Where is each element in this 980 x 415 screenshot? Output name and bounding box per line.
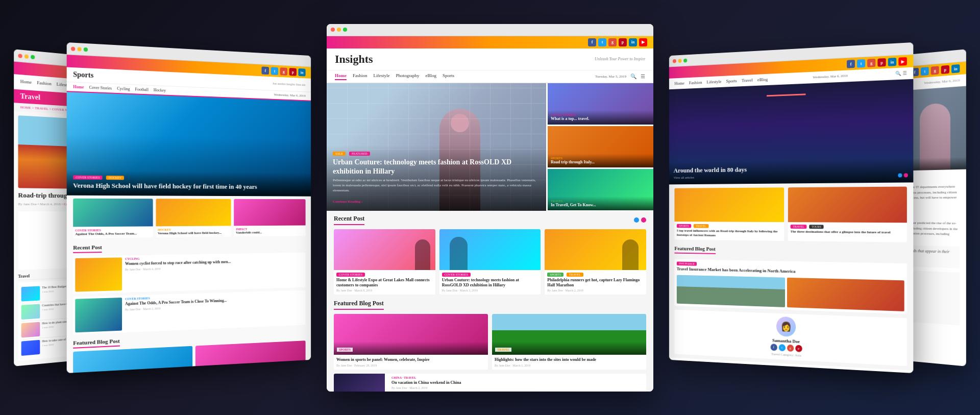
main-site-logo: Insights <box>335 53 373 66</box>
main-featured-card-3: CHINA · TRAVEL On vacation in China week… <box>334 374 646 392</box>
main-featured-info-1: Women in sports be panel: Women, celebra… <box>334 355 488 369</box>
sports-card-info-3: IMPACT Vanderbilt could... <box>234 225 305 236</box>
main-tw-icon[interactable]: t <box>598 38 606 46</box>
main-fb-icon[interactable]: f <box>588 38 596 46</box>
sports-pi-icon[interactable]: p <box>289 68 297 76</box>
sports-tw-icon[interactable]: t <box>271 67 278 75</box>
article-date: Wednesday, Mar 6, 2019 <box>924 78 960 85</box>
sports-nav-hockey[interactable]: Hockey <box>154 87 166 92</box>
tr-gp-icon[interactable]: g <box>867 59 875 67</box>
sports-card-thumb-1 <box>73 198 153 227</box>
sports-recent-thumb-2 <box>75 298 122 332</box>
main-post-tag-2a: COVER STORIES <box>442 273 471 277</box>
main-post-info-1: COVER STORIES Home & Lifestyle Expo at G… <box>334 270 435 295</box>
main-post-author-2: By Jane Doe <box>442 289 458 292</box>
sports-hero-tags: COVER STORIES HOCKEY <box>73 175 305 181</box>
main-nav-blog[interactable]: eBlog <box>426 73 437 80</box>
tr-tw-icon[interactable]: t <box>857 59 865 68</box>
main-recent-title: Recent Post <box>334 215 364 225</box>
sidebar-thumb-3 <box>21 322 40 337</box>
article-in-icon[interactable]: in <box>951 64 960 73</box>
tr-nav-blog[interactable]: eBlog <box>757 77 768 82</box>
main-post-author-3: By Jane Doe <box>547 289 563 292</box>
sports-card-info-1: COVER STORIES Against The Odds, A Pro So… <box>73 226 153 238</box>
main-featured-thumb-2: TRAVEL <box>492 314 646 355</box>
tr-nav-lifestyle[interactable]: Lifestyle <box>706 79 721 84</box>
article-pi-icon[interactable]: p <box>941 65 949 74</box>
main-search-icon[interactable]: 🔍 <box>630 74 636 79</box>
main-page-next[interactable] <box>641 217 646 223</box>
tr-dot-1[interactable] <box>898 173 902 177</box>
main-side-img-3: TRAVEL In Travell, Get To Know... <box>546 167 653 210</box>
main-yt-icon[interactable]: ▶ <box>639 38 647 46</box>
tr-in-icon[interactable]: in <box>888 57 896 66</box>
main-post-date-3: March 2, 2019 <box>566 289 583 292</box>
sports-recent-content-2: COVER STORIES Against The Odds, A Pro So… <box>125 295 227 331</box>
tr-post-thumb-1 <box>674 187 784 222</box>
tr-nav-travel[interactable]: Travel <box>742 77 753 83</box>
main-hero-section: SALE FEATURED Urban Couture: technology … <box>327 83 653 211</box>
main-nav-lifestyle[interactable]: Lifestyle <box>374 73 390 80</box>
article-gp-icon[interactable]: g <box>931 66 939 75</box>
main-page-prev[interactable] <box>634 217 639 223</box>
tr-author-gp[interactable]: g <box>787 344 793 351</box>
sports-hero-section: COVER STORIES HOCKEY Verona High School … <box>67 92 311 196</box>
main-menu-icon[interactable]: ☰ <box>641 74 645 79</box>
tr-nav-home[interactable]: Home <box>674 81 684 86</box>
sports-nav-cover[interactable]: Cover Stories <box>89 85 112 90</box>
main-posts-grid: COVER STORIES Home & Lifestyle Expo at G… <box>334 229 646 295</box>
main-featured-post-title-1: Women in sports be panel: Women, celebra… <box>336 357 485 362</box>
nav-home[interactable]: Home <box>20 79 32 86</box>
main-side-overlay-1: COVER STORIES What is a top... travel. <box>548 110 653 125</box>
tr-tag-1a: SPORTS <box>677 224 691 228</box>
tr-hero-main: Around the world in 80 days View all art… <box>669 79 913 184</box>
main-side-overlay-2: SPORTS Road trip through Italy... <box>548 154 653 168</box>
tr-ins-img-1 <box>677 275 785 307</box>
tr-search-icon[interactable]: 🔍 <box>895 70 901 76</box>
sports-site-tagline: Just another Insights Sites site <box>273 82 306 86</box>
tr-pi-icon[interactable]: p <box>877 58 886 66</box>
main-nav-fashion[interactable]: Fashion <box>353 73 368 80</box>
article-tw-icon[interactable]: t <box>921 67 929 76</box>
sports-recent-content-1: CYCLING Women cyclist forced to stop rac… <box>125 256 231 290</box>
sports-gp-icon[interactable]: g <box>280 67 287 76</box>
sports-in-icon[interactable]: in <box>298 68 305 76</box>
tr-author-fb[interactable]: f <box>770 344 777 351</box>
tr-insurance-section: INSURANCE Travel Insurance Market has be… <box>674 259 906 313</box>
tr-view-all[interactable]: View all articles <box>674 176 694 180</box>
tr-author-pi[interactable]: p <box>795 345 802 352</box>
sports-card-2: HOCKEY Verona High School will have fiel… <box>156 199 231 237</box>
tr-nav-sports[interactable]: Sports <box>726 78 737 83</box>
sports-nav-cycling[interactable]: Cycling <box>117 86 130 91</box>
tr-post-2: TRAVEL TOURS The three destinations that… <box>788 186 907 242</box>
sports-fb-icon[interactable]: f <box>261 66 269 75</box>
main-nav-photography[interactable]: Photography <box>396 73 420 80</box>
tr-nav-icons: 🔍 ☰ <box>895 70 907 76</box>
tr-maximize-dot <box>683 58 687 62</box>
main-in-icon[interactable]: in <box>629 38 637 46</box>
big-post-author: By Jane Doe <box>18 202 37 206</box>
sports-nav-home[interactable]: Home <box>73 84 84 89</box>
tr-date: Wednesday, Mar 6, 2019 <box>813 74 847 79</box>
thumb-figure-2 <box>450 237 468 270</box>
main-side-title-2: Road trip through Italy... <box>551 160 650 165</box>
main-gp-icon[interactable]: g <box>608 38 617 46</box>
tr-nav-fashion[interactable]: Fashion <box>689 80 702 85</box>
sports-maximize-dot <box>84 47 88 51</box>
main-maximize-dot <box>343 28 347 32</box>
tr-menu-icon[interactable]: ☰ <box>903 70 907 76</box>
tr-author-tw[interactable]: t <box>778 344 785 351</box>
main-hero-continue[interactable]: Continue Reading › <box>333 200 362 204</box>
main-content-area: Recent Post CO <box>327 211 653 392</box>
tr-dot-2[interactable] <box>904 173 908 177</box>
tr-hero-title: Around the world in 80 days <box>674 163 908 175</box>
tr-yt-icon[interactable]: ▶ <box>898 57 907 65</box>
sports-content-area: COVER STORIES Against The Odds, A Pro So… <box>67 195 311 373</box>
main-nav-sports[interactable]: Sports <box>443 73 454 80</box>
sports-nav-football[interactable]: Football <box>135 87 149 92</box>
nav-fashion[interactable]: Fashion <box>37 80 52 87</box>
sidebar-thumb-2 <box>21 304 40 320</box>
main-nav-home[interactable]: Home <box>335 73 347 80</box>
tr-fb-icon[interactable]: f <box>847 60 855 68</box>
main-pi-icon[interactable]: p <box>619 38 627 46</box>
